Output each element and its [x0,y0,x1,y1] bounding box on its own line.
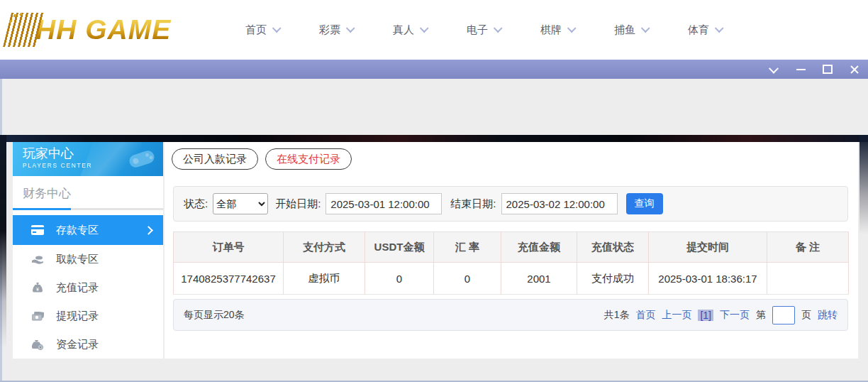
page-jump-input[interactable] [772,306,795,324]
cell-status: 支付成功 [577,263,649,295]
logo-text: HH GAME [35,14,171,45]
col-header-usdt-amount: USDT金额 [365,232,434,263]
sidebar-item-label: 取款专区 [56,253,99,266]
content-frame-top-edge [0,135,868,142]
table-row: 1740825377742637 虚拟币 0 0 2001 支付成功 2025-… [174,263,849,295]
current-page-indicator[interactable]: [1] [698,310,713,321]
start-date-input[interactable] [326,193,442,214]
chevron-down-icon [641,23,650,33]
cell-amount: 2001 [501,263,577,295]
total-count-text: 共1条 [604,309,630,322]
nav-item-sports[interactable]: 体育 [668,23,742,37]
chevron-down-icon [420,23,429,33]
sidebar-section-divider [13,208,163,210]
top-navigation-bar: HH GAME 首页 彩票 真人 电子 棋牌 捕鱼 体育 [0,0,868,60]
nav-item-label: 棋牌 [540,23,562,37]
filter-bar: 状态: 全部 开始日期: 结束日期: 查询 [173,186,848,222]
nav-item-live[interactable]: 真人 [373,23,447,37]
money-bag-coin-icon: ¥ [31,339,44,350]
start-date-label: 开始日期: [275,197,321,211]
hand-money-icon [31,255,44,264]
sidebar-item-withdraw-zone[interactable]: 取款专区 [13,245,163,273]
sidebar-item-label: 资金记录 [56,338,99,351]
minimize-icon [796,69,806,70]
window-titlebar [0,60,868,79]
pagination-controls: 共1条 首页 上一页 [1] 下一页 第 页 跳转 [604,306,838,324]
first-page-link[interactable]: 首页 [635,309,655,322]
col-header-order-no: 订单号 [174,232,284,263]
cell-order-no: 1740825377742637 [174,263,284,295]
status-select[interactable]: 全部 [213,193,268,214]
sidebar-item-recharge-records[interactable]: ¥ 充值记录 [13,273,163,302]
nav-item-slots[interactable]: 电子 [447,23,521,37]
payment-records-table: 订单号 支付方式 USDT金额 汇 率 充值金额 充值状态 提交时间 备 注 1… [173,231,849,295]
maximize-icon [823,65,833,74]
main-menu: 首页 彩票 真人 电子 棋牌 捕鱼 体育 [226,23,742,37]
chevron-down-icon [346,23,355,33]
cell-usdt-amount: 0 [365,263,434,295]
cell-remark [767,263,849,295]
player-center-sidebar: 玩家中心 PLAYERS CENTER 财务中心 存款专区 取款专区 ¥ 充值记… [13,142,163,359]
prev-page-link[interactable]: 上一页 [662,309,691,322]
window-close-button[interactable] [850,65,859,75]
sidebar-item-label: 提现记录 [56,310,99,323]
jump-label-suffix: 页 [801,309,811,322]
chevron-down-icon [494,23,503,33]
records-panel: 公司入款记录 在线支付记录 状态: 全部 开始日期: 结束日期: 查询 订单号 … [165,142,858,359]
jump-button[interactable]: 跳转 [818,309,838,322]
money-bag-icon: ¥ [31,283,44,293]
chevron-down-icon [769,63,779,73]
nav-item-label: 捕鱼 [614,23,635,37]
nav-item-label: 首页 [245,23,267,37]
banknotes-icon [31,312,44,321]
chevron-down-icon [567,23,577,33]
sidebar-section-title: 财务中心 [13,176,163,208]
chevron-down-icon [715,23,724,33]
nav-item-fishing[interactable]: 捕鱼 [594,23,668,37]
nav-item-label: 电子 [467,23,488,37]
chevron-right-icon [144,226,153,235]
col-header-amount: 充值金额 [501,232,577,263]
sidebar-item-fund-records[interactable]: ¥ 资金记录 [13,330,163,359]
brand-logo[interactable]: HH GAME [7,7,213,53]
end-date-input[interactable] [501,193,618,214]
table-header-row: 订单号 支付方式 USDT金额 汇 率 充值金额 充值状态 提交时间 备 注 [174,232,849,263]
nav-item-chess[interactable]: 棋牌 [521,23,594,37]
pagination-bar: 每页显示20条 共1条 首页 上一页 [1] 下一页 第 页 跳转 [173,299,848,331]
content-frame-right-edge [859,135,868,234]
nav-item-home[interactable]: 首页 [226,23,299,37]
svg-text:¥: ¥ [36,286,39,291]
next-page-link[interactable]: 下一页 [720,309,750,322]
gamepad-icon [126,147,157,171]
col-header-submit-time: 提交时间 [649,232,767,263]
search-button[interactable]: 查询 [626,193,663,214]
tab-online-payment-records[interactable]: 在线支付记录 [265,148,352,170]
record-tabs: 公司入款记录 在线支付记录 [172,148,352,170]
nav-item-label: 彩票 [319,23,340,37]
content-frame-left-edge [0,135,6,348]
sidebar-item-withdrawal-records[interactable]: 提现记录 [13,302,163,330]
window-minimize-button[interactable] [796,65,806,75]
sidebar-item-deposit-zone[interactable]: 存款专区 [13,215,163,245]
col-header-rate: 汇 率 [434,232,501,263]
sidebar-item-label: 存款专区 [56,224,99,237]
end-date-label: 结束日期: [450,197,496,211]
bank-card-icon [31,225,44,235]
nav-item-lottery[interactable]: 彩票 [299,23,373,37]
cell-submit-time: 2025-03-01 18:36:17 [649,263,767,295]
sidebar-item-label: 充值记录 [56,281,99,295]
close-icon [850,65,859,74]
col-header-pay-method: 支付方式 [284,232,365,263]
col-header-status: 充值状态 [577,232,649,263]
nav-item-label: 体育 [688,23,709,37]
col-header-remark: 备 注 [767,232,849,263]
status-label: 状态: [184,197,208,211]
sidebar-header: 玩家中心 PLAYERS CENTER [13,142,163,176]
cell-pay-method: 虚拟币 [284,263,365,295]
nav-item-label: 真人 [393,23,414,37]
window-dropdown-button[interactable] [769,65,779,75]
chevron-down-icon [272,23,282,33]
tab-company-deposit-records[interactable]: 公司入款记录 [172,148,258,170]
jump-label-prefix: 第 [756,309,766,322]
window-maximize-button[interactable] [823,65,833,75]
